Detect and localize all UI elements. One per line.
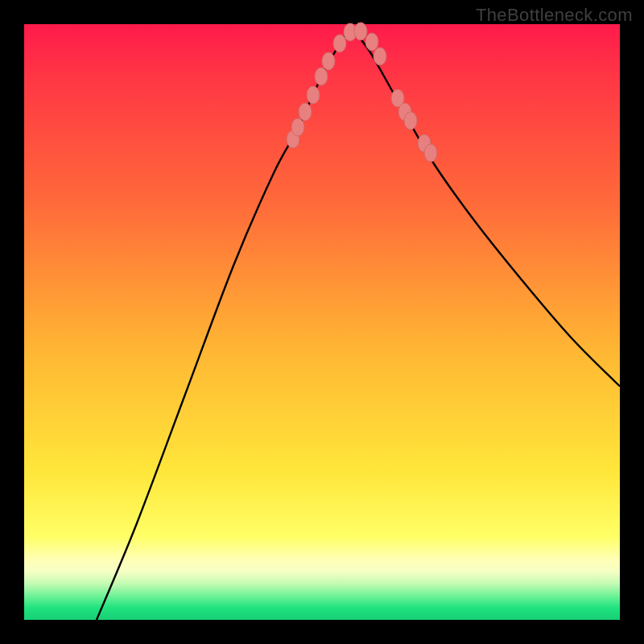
watermark-text: TheBottleneck.com [476, 5, 633, 26]
marker-dot [307, 86, 320, 104]
curve-right [350, 28, 620, 386]
marker-dot [424, 144, 437, 162]
marker-dot [374, 47, 386, 65]
chart-frame: TheBottleneck.com [0, 0, 644, 644]
marker-dot [404, 112, 417, 130]
marker-dot [365, 33, 378, 51]
chart-svg [24, 24, 620, 620]
plot-area [24, 24, 620, 620]
marker-dot [299, 103, 312, 121]
marker-dot [354, 23, 367, 40]
marker-dot [333, 35, 346, 52]
curve-left [97, 28, 350, 620]
marker-dot [322, 52, 335, 70]
data-markers [287, 23, 437, 162]
marker-dot [291, 118, 304, 136]
marker-dot [315, 68, 328, 85]
